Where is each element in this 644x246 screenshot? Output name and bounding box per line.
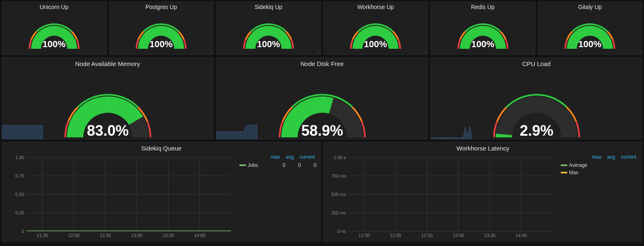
panel-sidekiq-up[interactable]: Sidekiq Up 100% bbox=[216, 2, 321, 55]
legend-max: 0 bbox=[271, 162, 285, 168]
sparkline bbox=[216, 114, 257, 139]
panel-workhorse-up[interactable]: Workhorse Up 100% bbox=[323, 2, 428, 55]
legend-current: 0 bbox=[303, 162, 316, 168]
svg-text:100%: 100% bbox=[257, 39, 280, 49]
chart-row: Sidekiq Queue 1.000.750.500.25011:3012:0… bbox=[2, 142, 642, 242]
panel-sidekiq-queue[interactable]: Sidekiq Queue 1.000.750.500.25011:3012:0… bbox=[2, 142, 321, 242]
svg-text:0.25: 0.25 bbox=[16, 210, 24, 215]
svg-text:750 ms: 750 ms bbox=[331, 173, 346, 178]
legend-series-name: Average bbox=[569, 162, 638, 168]
panel-title: Gitaly Up bbox=[538, 2, 642, 11]
svg-text:0.75: 0.75 bbox=[16, 173, 24, 178]
svg-text:0: 0 bbox=[22, 229, 24, 234]
gauge: 58.9% bbox=[216, 68, 428, 139]
svg-text:0 ns: 0 ns bbox=[337, 229, 346, 234]
legend-col-max: max bbox=[271, 154, 280, 160]
svg-text:12:30: 12:30 bbox=[100, 233, 111, 238]
panel-gitaly-up[interactable]: Gitaly Up 100% bbox=[538, 2, 643, 55]
panel-postgres-up[interactable]: Postgres Up 100% bbox=[109, 2, 214, 55]
panel-cpu-load[interactable]: CPU Load 2.9% bbox=[430, 57, 642, 139]
legend-series-name: Max bbox=[569, 170, 638, 175]
svg-text:11:30: 11:30 bbox=[359, 233, 370, 238]
legend-swatch bbox=[561, 172, 567, 173]
panel-title: Redis Up bbox=[431, 2, 535, 11]
svg-text:1.00: 1.00 bbox=[16, 155, 24, 160]
svg-text:58.9%: 58.9% bbox=[301, 122, 343, 139]
gauge: 100% bbox=[109, 11, 214, 55]
legend-row[interactable]: Max bbox=[561, 169, 638, 176]
panel-redis-up[interactable]: Redis Up 100% bbox=[430, 2, 535, 55]
chart-body: 1.000.750.500.25011:3012:0012:3013:0013:… bbox=[2, 153, 321, 243]
gauge: 100% bbox=[431, 11, 535, 55]
legend-col-avg: avg bbox=[607, 154, 615, 160]
legend-avg: 0 bbox=[287, 162, 301, 168]
gauge-row-small: Unicorn Up 100% Postgres Up 100% Sidekiq… bbox=[2, 2, 642, 55]
gauge: 100% bbox=[216, 11, 321, 55]
legend-swatch bbox=[239, 164, 246, 166]
gauge: 100% bbox=[538, 11, 642, 55]
svg-text:500 ms: 500 ms bbox=[331, 192, 346, 197]
svg-text:100%: 100% bbox=[150, 39, 173, 49]
panel-title: Workhorse Up bbox=[324, 2, 428, 11]
chart-plot: 1.00 s750 ms500 ms250 ms0 ns11:3012:0012… bbox=[328, 154, 556, 241]
svg-text:13:30: 13:30 bbox=[163, 233, 174, 238]
svg-text:250 ms: 250 ms bbox=[331, 210, 346, 215]
panel-title: Node Available Memory bbox=[2, 58, 213, 68]
gauge: 100% bbox=[2, 11, 106, 55]
legend-header: max avg current bbox=[561, 154, 638, 160]
svg-text:100%: 100% bbox=[471, 39, 494, 49]
panel-title: Sidekiq Up bbox=[216, 2, 321, 11]
svg-text:12:30: 12:30 bbox=[421, 233, 433, 238]
panel-title: Unicorn Up bbox=[2, 2, 106, 11]
svg-text:83.0%: 83.0% bbox=[86, 122, 128, 139]
panel-workhorse-latency[interactable]: Workhorse Latency 1.00 s750 ms500 ms250 … bbox=[323, 142, 642, 242]
svg-text:100%: 100% bbox=[364, 39, 387, 49]
legend: max avg current Average Max bbox=[556, 154, 638, 241]
dashboard: Unicorn Up 100% Postgres Up 100% Sidekiq… bbox=[0, 0, 644, 246]
legend-col-avg: avg bbox=[286, 154, 294, 160]
svg-text:2.9%: 2.9% bbox=[519, 122, 553, 139]
svg-text:0.50: 0.50 bbox=[16, 192, 24, 197]
legend-swatch bbox=[561, 164, 567, 166]
sparkline bbox=[2, 114, 43, 139]
legend-row[interactable]: Jobs 0 0 0 bbox=[239, 162, 316, 169]
svg-text:100%: 100% bbox=[578, 39, 601, 49]
chart-body: 1.00 s750 ms500 ms250 ms0 ns11:3012:0012… bbox=[324, 153, 642, 243]
gauge: 100% bbox=[324, 11, 428, 55]
panel-title: CPU Load bbox=[431, 58, 642, 68]
legend-col-current: current bbox=[621, 154, 636, 160]
legend: max avg current Jobs 0 0 0 bbox=[234, 154, 316, 241]
svg-text:1.00 s: 1.00 s bbox=[334, 155, 346, 160]
panel-node-disk[interactable]: Node DIsk Free 58.9% bbox=[216, 57, 428, 139]
svg-text:11:30: 11:30 bbox=[37, 233, 48, 238]
svg-text:13:00: 13:00 bbox=[131, 233, 143, 238]
legend-series-name: Jobs bbox=[248, 162, 270, 168]
svg-text:13:30: 13:30 bbox=[484, 233, 496, 238]
gauge-row-big: Node Available Memory 83.0% Node DIsk Fr… bbox=[2, 57, 642, 139]
panel-title: Node DIsk Free bbox=[216, 58, 428, 68]
svg-text:12:00: 12:00 bbox=[390, 233, 401, 238]
svg-text:13:00: 13:00 bbox=[453, 233, 464, 238]
legend-col-max: max bbox=[592, 154, 602, 160]
legend-header: max avg current bbox=[239, 154, 316, 160]
svg-text:14:00: 14:00 bbox=[516, 233, 527, 238]
svg-text:12:00: 12:00 bbox=[68, 233, 80, 238]
gauge: 83.0% bbox=[2, 68, 213, 139]
svg-text:14:00: 14:00 bbox=[194, 233, 205, 238]
panel-node-memory[interactable]: Node Available Memory 83.0% bbox=[2, 57, 214, 139]
panel-title: Postgres Up bbox=[109, 2, 214, 11]
panel-unicorn-up[interactable]: Unicorn Up 100% bbox=[2, 2, 107, 55]
gauge: 2.9% bbox=[431, 68, 642, 139]
svg-text:100%: 100% bbox=[43, 39, 66, 49]
legend-col-current: current bbox=[300, 154, 315, 160]
sparkline bbox=[431, 114, 472, 139]
panel-title: Workhorse Latency bbox=[324, 142, 642, 153]
panel-title: Sidekiq Queue bbox=[2, 142, 321, 153]
chart-plot: 1.000.750.500.25011:3012:0012:3013:0013:… bbox=[6, 154, 234, 241]
legend-row[interactable]: Average bbox=[561, 162, 638, 169]
